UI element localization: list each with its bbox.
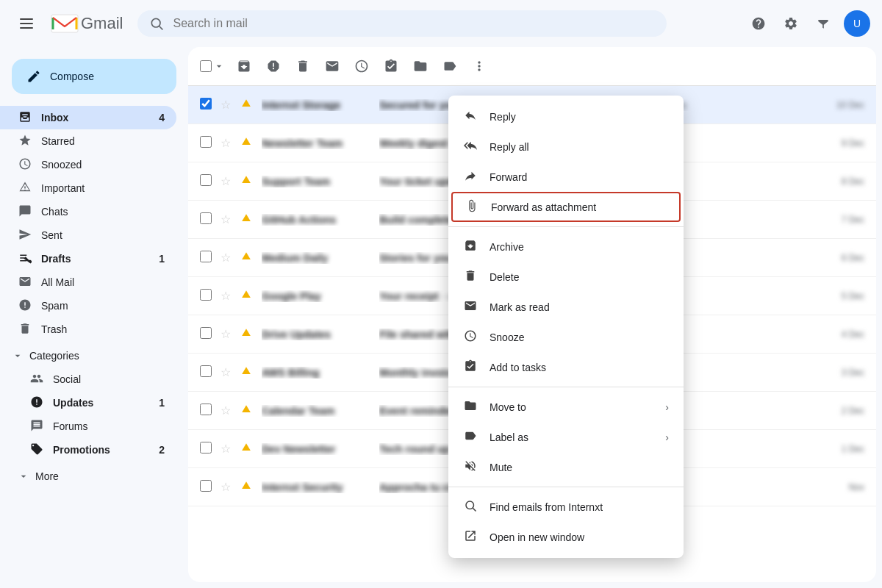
mark-read-button[interactable] (319, 53, 345, 79)
context-menu-label-as[interactable]: Label as › (448, 422, 684, 452)
delete-button[interactable] (290, 53, 316, 79)
context-menu-move-to[interactable]: Move to › (448, 392, 684, 422)
sidebar-item-inbox[interactable]: Inbox 4 (0, 106, 176, 129)
star-icon[interactable]: ☆ (220, 365, 238, 379)
row-checkbox[interactable] (200, 136, 212, 148)
context-menu-reply-all[interactable]: Reply all (448, 132, 684, 162)
sidebar-item-sent[interactable]: Sent (0, 223, 176, 247)
star-icon[interactable]: ☆ (220, 212, 238, 226)
settings-icon-button[interactable] (776, 9, 806, 38)
sidebar-item-spam[interactable]: Spam (0, 294, 176, 318)
sidebar-item-allmail[interactable]: All Mail (0, 270, 176, 294)
context-menu-forward[interactable]: Forward (448, 162, 684, 192)
row-checkbox[interactable] (200, 365, 212, 377)
social-label: Social (53, 373, 81, 385)
context-menu-add-tasks[interactable]: Add to tasks (448, 352, 684, 382)
sidebar-item-social[interactable]: Social (0, 368, 176, 391)
chevron-down-icon (12, 350, 24, 362)
sidebar-item-updates[interactable]: Updates 1 (0, 391, 176, 415)
label-as-label: Label as (490, 431, 653, 443)
row-checkbox[interactable] (200, 98, 212, 110)
row-checkbox[interactable] (200, 289, 212, 301)
report-spam-button[interactable] (260, 53, 287, 79)
delete-icon (463, 269, 478, 284)
star-icon[interactable]: ☆ (220, 98, 238, 112)
row-checkbox[interactable] (200, 212, 212, 224)
add-tasks-button[interactable] (378, 53, 404, 79)
drafts-label: Drafts (41, 253, 150, 265)
more-actions-button[interactable] (466, 53, 492, 79)
select-all-checkbox[interactable] (200, 60, 212, 72)
search-bar[interactable] (137, 10, 667, 37)
row-checkbox[interactable] (200, 327, 212, 339)
context-menu-find-emails[interactable]: Find emails from Internxt (448, 492, 684, 522)
context-menu-mute[interactable]: Mute (448, 452, 684, 482)
categories-header[interactable]: Categories (0, 344, 188, 368)
reply-icon (463, 109, 478, 124)
archive-icon (463, 239, 478, 254)
select-dropdown-arrow[interactable] (213, 60, 225, 72)
label-button[interactable] (437, 53, 463, 79)
row-checkbox[interactable] (200, 480, 212, 492)
mark-read-icon (325, 59, 340, 74)
reply-label: Reply (490, 111, 516, 123)
drafts-icon (18, 251, 32, 267)
context-menu-delete[interactable]: Delete (448, 262, 684, 292)
star-icon[interactable]: ☆ (220, 480, 238, 494)
forward-attachment-label: Forward as attachment (491, 201, 596, 213)
row-checkbox[interactable] (200, 174, 212, 186)
mute-label: Mute (490, 462, 512, 473)
filter-icon-button[interactable] (808, 9, 838, 38)
context-menu-snooze[interactable]: Snooze (448, 322, 684, 352)
move-to-button[interactable] (407, 53, 434, 79)
context-menu-open-new[interactable]: Open in new window (448, 522, 684, 552)
star-icon[interactable]: ☆ (220, 136, 238, 150)
sidebar-item-forums[interactable]: Forums (0, 415, 176, 438)
archive-button[interactable] (231, 53, 257, 79)
star-icon[interactable]: ☆ (220, 442, 238, 456)
sidebar-item-promotions[interactable]: Promotions 2 (0, 438, 176, 462)
select-all-container[interactable] (200, 60, 225, 72)
forward-icon (463, 169, 478, 184)
inbox-badge: 4 (159, 112, 165, 123)
tasks-icon (384, 59, 398, 74)
help-icon-button[interactable] (744, 9, 773, 38)
find-emails-label: Find emails from Internxt (490, 501, 603, 513)
compose-label: Compose (50, 71, 94, 82)
sidebar-item-snoozed[interactable]: Snoozed (0, 153, 176, 176)
sidebar-item-drafts[interactable]: Drafts 1 (0, 247, 176, 270)
open-new-icon (463, 529, 478, 545)
more-button[interactable]: More (0, 465, 188, 488)
tasks-icon (463, 359, 478, 375)
star-icon[interactable]: ☆ (220, 404, 238, 417)
inbox-icon (18, 110, 32, 126)
search-input[interactable] (173, 17, 655, 30)
row-checkbox[interactable] (200, 404, 212, 415)
important-marker (241, 290, 256, 303)
sidebar-item-important[interactable]: Important (0, 176, 176, 200)
sidebar-item-trash[interactable]: Trash (0, 318, 176, 341)
context-menu-mark-read[interactable]: Mark as read (448, 292, 684, 322)
important-marker (241, 366, 256, 379)
avatar[interactable]: U (844, 10, 870, 37)
star-icon[interactable]: ☆ (220, 174, 238, 188)
star-icon[interactable]: ☆ (220, 289, 238, 303)
categories-label: Categories (29, 350, 79, 362)
reply-all-label: Reply all (490, 141, 529, 153)
snooze-button[interactable] (348, 53, 375, 79)
sidebar-item-starred[interactable]: Starred (0, 129, 176, 153)
compose-button[interactable]: Compose (12, 59, 176, 94)
row-checkbox[interactable] (200, 442, 212, 453)
report-icon (266, 59, 281, 74)
star-icon[interactable]: ☆ (220, 251, 238, 265)
row-checkbox[interactable] (200, 251, 212, 262)
context-menu-forward-attachment[interactable]: Forward as attachment (451, 192, 681, 222)
sidebar: Compose Inbox 4 Starred Snoozed (0, 47, 188, 588)
context-menu-reply[interactable]: Reply (448, 101, 684, 132)
star-icon[interactable]: ☆ (220, 327, 238, 341)
allmail-label: All Mail (41, 276, 74, 288)
forums-icon (29, 419, 44, 434)
context-menu-archive[interactable]: Archive (448, 232, 684, 262)
sidebar-item-chats[interactable]: Chats (0, 200, 176, 223)
hamburger-button[interactable] (12, 9, 41, 38)
